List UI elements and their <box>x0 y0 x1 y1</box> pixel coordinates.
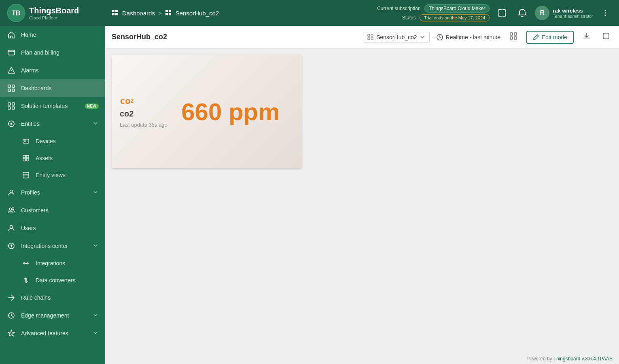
svg-point-10 <box>605 10 606 11</box>
sidebar-item-edge-management[interactable]: Edge management <box>0 307 105 324</box>
sidebar-item-integrations[interactable]: Integrations <box>0 255 105 272</box>
svg-rect-23 <box>8 107 11 109</box>
sidebar-item-integrations-center[interactable]: Integrations center <box>0 237 105 255</box>
sidebar-item-devices-label: Devices <box>36 138 99 144</box>
widget-value: 660 ppm <box>181 98 280 126</box>
navbar-right: Current subscription ThingsBoard Cloud M… <box>377 4 613 21</box>
svg-rect-13 <box>8 50 15 55</box>
state-grid-icon <box>367 34 374 40</box>
download-icon <box>583 32 591 40</box>
rule-chains-icon <box>6 294 16 302</box>
logo-area: TB ThingsBoard Cloud Platform <box>6 3 112 23</box>
edge-management-arrow-icon <box>92 312 99 320</box>
sidebar-item-users[interactable]: Users <box>0 219 105 237</box>
user-menu[interactable]: R rak wireless Tenant administrator <box>535 6 593 20</box>
svg-rect-24 <box>12 107 15 109</box>
expand-icon <box>602 32 610 40</box>
notifications-button[interactable] <box>515 5 530 21</box>
svg-rect-45 <box>371 34 373 36</box>
home-icon <box>6 31 16 39</box>
subscription-info: Current subscription ThingsBoard Cloud M… <box>377 4 490 21</box>
sidebar-item-entity-views[interactable]: Entity views <box>0 167 105 184</box>
current-page-grid-icon <box>165 9 172 17</box>
svg-rect-50 <box>514 33 517 35</box>
sidebar-item-devices[interactable]: Devices <box>0 133 105 150</box>
sidebar-item-integrations-label: Integrations <box>36 260 99 267</box>
integrations-icon <box>21 260 31 267</box>
svg-rect-8 <box>165 13 168 15</box>
solution-templates-icon <box>6 102 16 110</box>
svg-rect-32 <box>26 159 29 161</box>
fullscreen-icon <box>498 8 507 17</box>
manage-states-button[interactable] <box>507 30 520 44</box>
svg-rect-33 <box>23 172 29 178</box>
co2-sensor-icon: co 2 <box>120 96 167 106</box>
sidebar-item-entities-label: Entities <box>21 121 87 127</box>
sidebar-item-solution-templates-label: Solution templates <box>21 103 78 109</box>
svg-point-16 <box>11 72 11 72</box>
sidebar-item-alarms[interactable]: Alarms <box>0 61 105 79</box>
sidebar-item-rule-chains-label: Rule chains <box>21 294 99 301</box>
sidebar-item-edge-management-label: Edge management <box>21 312 87 319</box>
svg-point-39 <box>10 226 13 229</box>
edit-mode-button[interactable]: Edit mode <box>526 31 574 44</box>
advanced-features-arrow-icon <box>92 330 99 337</box>
sidebar-item-solution-templates[interactable]: Solution templates NEW <box>0 97 105 115</box>
alarms-icon <box>6 66 16 74</box>
thingsboard-version-link[interactable]: Thingsboard v.3.6.4.1PAAS <box>553 356 613 362</box>
svg-point-37 <box>9 208 12 210</box>
widget-content: co 2 co2 Last update 35s ago 660 ppm <box>112 55 302 168</box>
more-menu-button[interactable] <box>598 6 613 20</box>
sidebar-item-data-converters-label: Data converters <box>36 277 99 284</box>
logo-subtitle: Cloud Platform <box>29 15 79 20</box>
svg-rect-5 <box>115 13 118 15</box>
sidebar-item-assets[interactable]: Assets <box>0 150 105 167</box>
sidebar-item-home-label: Home <box>21 32 99 38</box>
plan-billing-icon <box>6 49 16 57</box>
breadcrumb-parent[interactable]: Dashboards <box>122 10 155 17</box>
sidebar-item-data-converters[interactable]: Data converters <box>0 272 105 289</box>
subscription-label: Current subscription <box>377 6 420 11</box>
download-button[interactable] <box>580 30 593 44</box>
co2-icon-text: co <box>120 96 131 106</box>
devices-icon <box>21 138 31 145</box>
edge-management-icon <box>6 311 16 320</box>
assets-icon <box>21 154 31 162</box>
sidebar: Home Plan and billing Alarms Dashboards <box>0 26 105 364</box>
svg-rect-31 <box>23 159 25 161</box>
svg-rect-46 <box>368 38 370 40</box>
sidebar-item-rule-chains[interactable]: Rule chains <box>0 289 105 307</box>
sidebar-item-entities[interactable]: Entities <box>0 115 105 133</box>
sidebar-item-dashboards[interactable]: Dashboards <box>0 79 105 97</box>
breadcrumb: Dashboards > SensorHub_co2 <box>112 9 377 17</box>
time-selector[interactable]: Realtime - last minute <box>436 34 500 41</box>
sidebar-item-plan-billing[interactable]: Plan and billing <box>0 44 105 61</box>
sidebar-item-advanced-features[interactable]: Advanced features <box>0 324 105 342</box>
sidebar-item-home[interactable]: Home <box>0 26 105 44</box>
fullscreen-button[interactable] <box>494 5 510 21</box>
sidebar-item-profiles[interactable]: Profiles <box>0 184 105 201</box>
customers-icon <box>6 206 16 214</box>
svg-rect-4 <box>112 13 114 15</box>
status-badge: Trial ends on the May 17, 2024 <box>420 14 490 21</box>
dashboard-header: SensorHub_co2 SensorHub_co2 Realtime - l… <box>105 26 619 49</box>
svg-point-26 <box>11 123 13 125</box>
data-converters-icon <box>21 277 31 284</box>
sidebar-item-customers[interactable]: Customers <box>0 201 105 219</box>
state-selector[interactable]: SensorHub_co2 <box>363 32 429 42</box>
bell-icon <box>518 8 527 17</box>
widget-title: co2 <box>120 109 167 119</box>
powered-by-text: Powered by <box>526 356 553 362</box>
profiles-arrow-icon <box>92 189 99 197</box>
svg-rect-44 <box>368 34 370 36</box>
manage-states-icon <box>509 32 517 40</box>
sidebar-item-plan-billing-label: Plan and billing <box>21 49 99 56</box>
entities-arrow-icon <box>92 120 99 128</box>
edit-icon <box>533 34 539 40</box>
sidebar-item-dashboards-label: Dashboards <box>21 85 99 91</box>
user-role: Tenant administrator <box>553 14 593 19</box>
expand-button[interactable] <box>600 30 613 44</box>
svg-rect-2 <box>112 10 114 12</box>
profiles-icon <box>6 188 16 197</box>
svg-rect-9 <box>169 13 171 15</box>
